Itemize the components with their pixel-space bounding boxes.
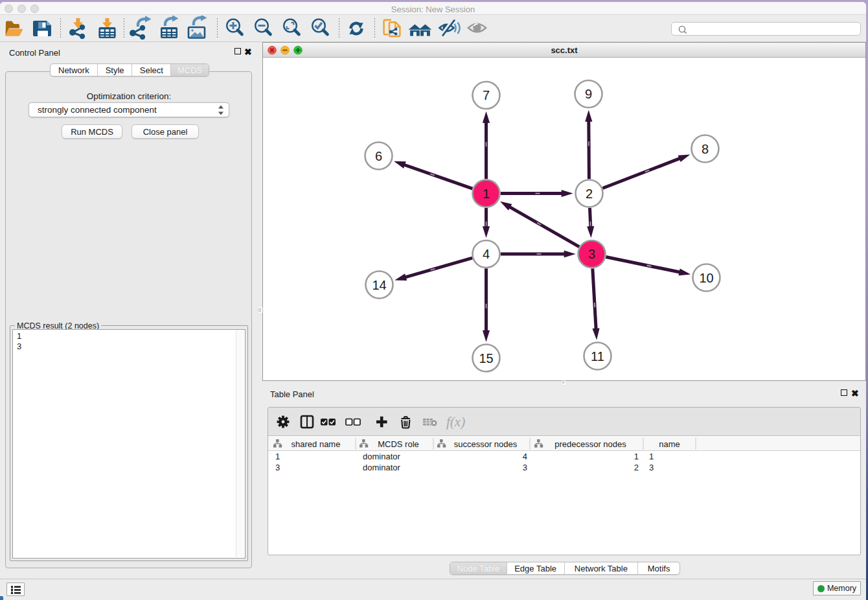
svg-text:8: 8: [702, 142, 709, 156]
svg-text:10: 10: [699, 271, 713, 285]
svg-text:9: 9: [585, 87, 592, 101]
svg-text:11: 11: [591, 349, 604, 363]
svg-text:6: 6: [375, 149, 382, 163]
svg-text:successor nodes: successor nodes: [454, 439, 518, 449]
svg-text:4: 4: [483, 247, 490, 261]
svg-text:f(x): f(x): [446, 414, 465, 430]
svg-text:2: 2: [586, 187, 593, 201]
svg-text:1: 1: [483, 187, 490, 201]
svg-text:shared name: shared name: [291, 439, 341, 449]
svg-text:predecessor nodes: predecessor nodes: [554, 439, 626, 449]
svg-text:15: 15: [479, 351, 493, 365]
svg-text:name: name: [659, 439, 680, 449]
svg-text:MCDS role: MCDS role: [378, 439, 419, 449]
svg-text:3: 3: [588, 247, 595, 261]
svg-text:14: 14: [372, 278, 386, 292]
svg-text:7: 7: [483, 88, 490, 102]
